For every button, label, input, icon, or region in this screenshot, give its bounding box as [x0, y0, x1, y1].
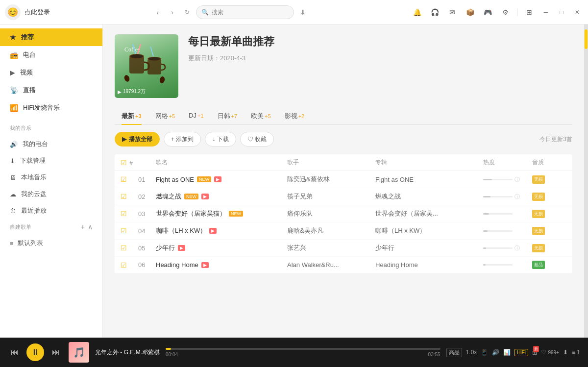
playlist-item-default[interactable]: ≡ 默认列表 — [0, 235, 102, 251]
close-button[interactable]: ✕ — [571, 6, 583, 18]
minimize-button[interactable]: ─ — [540, 6, 552, 18]
row-artist: 张艺兴 — [287, 244, 375, 252]
update-info: 今日更新3首 — [539, 135, 572, 144]
info-icon[interactable]: ⓘ — [514, 176, 520, 183]
tab-western[interactable]: 欧美+5 — [244, 108, 278, 124]
next-button[interactable]: ⏭ — [49, 345, 63, 359]
badge-mv[interactable]: ▶ — [209, 228, 217, 234]
player-right-controls: 高品 1.0x 📱 🔊 📊 HiFi ⊞ 新 ♡ 999+ ⬇ ≡ 1 — [446, 348, 580, 357]
sidebar-item-cloud[interactable]: ☁ 我的云盘 — [0, 186, 102, 202]
maximize-button[interactable]: □ — [556, 6, 567, 18]
sidebar-item-local[interactable]: 🖥 本地音乐 — [0, 169, 102, 186]
row-heat: ⓘ — [483, 245, 532, 252]
table-row[interactable]: ☑ 02 燃魂之战 NEW ▶ 筷子兄弟 燃魂之战 ⓘ 无损 — [115, 188, 572, 205]
svg-point-11 — [159, 76, 165, 84]
package-icon-btn[interactable]: 📦 — [463, 5, 477, 19]
add-playlist-btn[interactable]: + — [81, 223, 85, 231]
table-row[interactable]: ☑ 03 世界会变好（居家吴猫） NEW 痛仰乐队 世界会变好（居家吴... 无… — [115, 205, 572, 222]
row-checkbox[interactable]: ☑ — [121, 210, 138, 218]
search-icon: 🔍 — [201, 9, 209, 16]
sidebar-item-hifi[interactable]: 📶 HiFi发烧音乐 — [0, 99, 102, 117]
headphone-icon-btn[interactable]: 🎧 — [428, 5, 441, 19]
table-row[interactable]: ☑ 06 Heading Home ▶ Alan Walker&Ru... He… — [115, 257, 572, 273]
table-row[interactable]: ☑ 05 少年行 ▶ 张艺兴 少年行 ⓘ 无损 — [115, 240, 572, 257]
volume-icon[interactable]: 🔊 — [492, 349, 499, 356]
forward-button[interactable]: › — [167, 6, 178, 18]
pause-button[interactable]: ⏸ — [26, 343, 44, 361]
mail-icon-btn[interactable]: ✉ — [445, 5, 459, 19]
row-checkbox[interactable]: ☑ — [121, 193, 138, 200]
tab-jpkr[interactable]: 日韩+7 — [211, 108, 245, 124]
row-checkbox[interactable]: ☑ — [121, 175, 138, 183]
row-title: 少年行 ▶ — [156, 244, 287, 252]
like-btn[interactable]: ♡ 999+ — [541, 349, 559, 356]
tab-movie[interactable]: 影视+2 — [278, 108, 312, 124]
download-button[interactable]: ↓ 下载 — [205, 132, 236, 147]
row-checkbox[interactable]: ☑ — [121, 261, 138, 269]
grid-icon-btn[interactable]: ⊞ — [522, 5, 536, 19]
refresh-button[interactable]: ↻ — [181, 6, 193, 18]
playlist-label-default: 默认列表 — [18, 239, 43, 247]
sidebar-label-radio: 电台 — [23, 50, 36, 59]
tab-dj[interactable]: DJ+1 — [182, 108, 210, 124]
hero-section: Coffee — [115, 34, 572, 98]
collect-button[interactable]: ♡ 收藏 — [240, 132, 274, 147]
hifi-icon: 📶 — [10, 104, 18, 112]
speed-control[interactable]: 1.0x — [466, 349, 477, 356]
badge-mv[interactable]: ▶ — [214, 176, 221, 182]
login-text[interactable]: 点此登录 — [24, 8, 50, 17]
heat-bar — [483, 230, 513, 232]
row-quality: 超品 — [532, 261, 566, 269]
player-info: 光年之外 - G.E.M.邓紫棋 — [95, 348, 160, 357]
heat-fill — [483, 230, 488, 232]
tab-new[interactable]: 最新+3 — [115, 108, 148, 124]
heat-fill — [483, 247, 486, 249]
table-row[interactable]: ☑ 04 咖啡（LH x KW） ▶ 鹿晗&吴亦凡 咖啡（LH x KW） 无损 — [115, 222, 572, 240]
back-button[interactable]: ‹ — [152, 6, 164, 18]
row-checkbox[interactable]: ☑ — [121, 244, 138, 252]
sidebar-item-recent[interactable]: ⏱ 最近播放 — [0, 202, 102, 219]
playlist-btn[interactable]: ≡ 1 — [572, 349, 580, 356]
heat-bar — [483, 264, 513, 266]
row-checkbox[interactable]: ☑ — [121, 227, 138, 235]
search-input[interactable] — [212, 9, 280, 16]
badge-mv[interactable]: ▶ — [178, 245, 185, 251]
info-icon[interactable]: ⓘ — [514, 245, 520, 252]
badge-mv[interactable]: ▶ — [201, 262, 209, 268]
music-icon-btn[interactable]: 🔔 — [410, 5, 424, 19]
game-icon-btn[interactable]: 🎮 — [481, 5, 494, 19]
download-icon[interactable]: ⬇ — [297, 6, 309, 18]
play-all-button[interactable]: ▶ 播放全部 — [115, 132, 160, 147]
hifi-badge[interactable]: HiFi — [514, 349, 528, 356]
table-row[interactable]: ☑ 01 Fight as ONE NEW ▶ 陈奕迅&蔡依林 Fight as… — [115, 171, 572, 188]
sidebar-item-live[interactable]: 📡 直播 — [0, 81, 102, 99]
avatar[interactable]: 😊 — [5, 4, 21, 20]
local-icon: 🖥 — [10, 174, 16, 181]
song-table: ☑ # 歌名 歌手 专辑 热度 音质 ☑ 01 Fight as ONE NEW… — [115, 154, 572, 273]
progress-bar[interactable] — [166, 348, 441, 350]
sidebar-item-my-radio[interactable]: 🔊 我的电台 — [0, 136, 102, 152]
heat-fill — [483, 179, 492, 180]
settings-icon-btn[interactable]: ⚙ — [498, 5, 512, 19]
sidebar-label-hifi: HiFi发烧音乐 — [23, 103, 60, 112]
device-icon[interactable]: 📱 — [481, 349, 488, 356]
badge-mv[interactable]: ▶ — [201, 194, 209, 199]
row-artist: 陈奕迅&蔡依林 — [287, 175, 375, 184]
sidebar-item-recommend[interactable]: ★ 推荐 — [0, 28, 102, 46]
row-album: 燃魂之战 — [375, 192, 483, 201]
row-title: 咖啡（LH x KW） ▶ — [156, 226, 287, 235]
scrollbar-panel[interactable] — [584, 24, 588, 338]
equalizer-icon[interactable]: 📊 — [503, 349, 511, 356]
scroll-thumb[interactable] — [585, 29, 588, 49]
info-icon[interactable]: ⓘ — [514, 193, 520, 200]
tab-network[interactable]: 网络+5 — [148, 108, 182, 124]
sidebar-item-radio[interactable]: 📻 电台 — [0, 46, 102, 64]
sidebar-item-downloads[interactable]: ⬇ 下载管理 — [0, 152, 102, 169]
player-progress[interactable]: 00:04 03:55 — [166, 348, 441, 357]
row-album: 咖啡（LH x KW） — [375, 226, 483, 235]
toggle-playlist-btn[interactable]: ∧ — [88, 223, 93, 231]
add-to-button[interactable]: + 添加到 — [164, 132, 201, 147]
prev-button[interactable]: ⏮ — [8, 345, 22, 359]
sidebar-item-video[interactable]: ▶ 视频 — [0, 64, 102, 81]
player-download-btn[interactable]: ⬇ — [563, 349, 568, 356]
